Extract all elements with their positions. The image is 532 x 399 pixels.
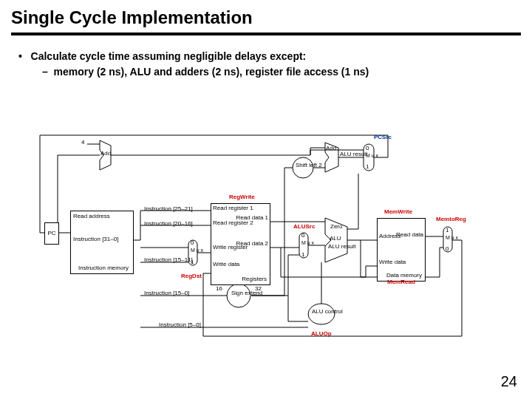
mux-pcsrc-in1: 1 — [366, 164, 369, 171]
lbl-instr-25-21: Instruction [25–21] — [144, 206, 193, 213]
mux-alusrc-in0: 0 — [301, 233, 304, 239]
mux-memtoreg-label: M u x — [446, 235, 451, 241]
sig-aluop: ALUOp — [311, 331, 332, 338]
mux-regdst-label: M u x — [191, 248, 197, 253]
title-rule — [11, 33, 521, 35]
sig-memwrite: MemWrite — [384, 209, 412, 216]
imem-title: Instruction memory — [78, 265, 129, 272]
pc-register: PC — [44, 222, 59, 245]
imem-readaddr: Read address — [73, 214, 110, 220]
bullet-2: – memory (2 ns), ALU and adders (2 ns), … — [18, 64, 514, 80]
imem-instr: Instruction [31–0] — [73, 236, 118, 243]
mux-alusrc-label: M u x — [301, 240, 307, 246]
page-number: 24 — [501, 373, 517, 390]
lbl-instr-15-0: Instruction [15–0] — [144, 290, 189, 297]
slide-title: Single Cycle Implementation — [0, 0, 532, 33]
mux-regdst-in1: 1 — [191, 259, 194, 266]
rf-title: Registers — [242, 276, 267, 283]
sig-regdst: RegDst — [181, 273, 202, 280]
alu-control: ALU control — [312, 309, 331, 316]
register-file: Read register 1 Read register 2 Write re… — [211, 203, 270, 285]
lbl-instr-5-0: Instruction [5–0] — [159, 322, 201, 329]
alu-result: ALU result — [328, 244, 346, 250]
mux-memtoreg-in0: 0 — [446, 246, 449, 253]
alu-label: ALU — [330, 236, 341, 242]
bullet-2-text: memory (2 ns), ALU and adders (2 ns), re… — [54, 66, 369, 78]
data-memory: Address Write data Read data Data memory — [377, 218, 426, 282]
lbl-instr-20-16: Instruction [20–16] — [144, 221, 193, 228]
mux-memtoreg-in1: 1 — [446, 228, 449, 234]
rf-wd: Write data — [213, 262, 239, 268]
mux-pcsrc-in0: 0 — [366, 146, 369, 152]
bullet-1-text: Calculate cycle time assuming negligible… — [31, 50, 307, 62]
bullet-block: • Calculate cycle time assuming negligib… — [0, 49, 532, 80]
adder-pc4: Add — [100, 151, 111, 157]
adder-branch: Add — [326, 146, 336, 152]
dmem-wdata: Write data — [379, 259, 406, 266]
alu-zero: Zero — [330, 224, 342, 231]
instruction-memory: Read address Instruction [31–0] Instruct… — [70, 211, 134, 274]
sig-memtoreg: MemtoReg — [436, 216, 466, 223]
bullet-1: • Calculate cycle time assuming negligib… — [18, 49, 514, 64]
mux-regdst-in0: 0 — [191, 240, 194, 247]
sig-memread: MemRead — [387, 279, 415, 286]
mux-alusrc-in1: 1 — [301, 252, 304, 259]
sign-extend: Sign extend — [231, 290, 246, 297]
adder-branch-res: ALU result — [340, 151, 359, 158]
rf-rd1: Read data 1 — [236, 215, 268, 222]
constant-four: 4 — [81, 140, 84, 146]
lbl-sixteen: 16 — [216, 286, 222, 293]
sig-alusrc: ALUSrc — [293, 224, 315, 231]
dmem-rdata: Read data — [396, 232, 423, 239]
sig-regwrite: RegWrite — [229, 194, 255, 201]
rf-rd2: Read data 2 — [236, 241, 268, 248]
mux-pcsrc-label: M u x — [366, 153, 372, 159]
lbl-instr-15-11: Instruction [15–11] — [144, 257, 193, 264]
datapath-diagram: PC 4 Add Read address Instruction [31–0]… — [30, 129, 502, 351]
sig-pcsrc: PCSrc — [374, 134, 392, 141]
shift-left-2: Shift left 2 — [296, 163, 310, 169]
rf-rr1: Read register 1 — [213, 205, 253, 212]
